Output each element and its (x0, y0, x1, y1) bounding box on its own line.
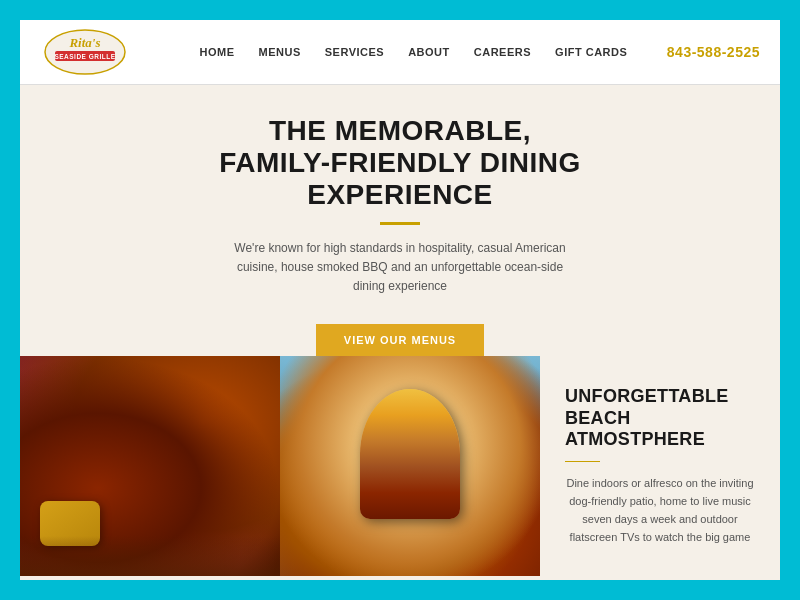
hero-title-line3: EXPERIENCE (307, 179, 493, 210)
cta-wrapper: VIEW OUR MENUS (20, 324, 780, 356)
nav-services[interactable]: SERVICES (325, 46, 384, 58)
info-description: Dine indoors or alfresco on the inviting… (565, 474, 755, 547)
hero-title-line2: FAMILY-FRIENDLY DINING (219, 147, 581, 178)
info-title-line1: UNFORGETTABLE (565, 386, 729, 406)
nav-careers[interactable]: CAREERS (474, 46, 531, 58)
hero-title-line1: THE MEMORABLE, (269, 115, 531, 146)
nav-gift-cards[interactable]: GIFT CARDS (555, 46, 627, 58)
header: Rita's SEASIDE GRILLE HOME MENUS SERVICE… (20, 20, 780, 85)
view-menus-button[interactable]: VIEW OUR MENUS (316, 324, 484, 356)
logo-area: Rita's SEASIDE GRILLE (40, 27, 160, 77)
hero-divider (380, 222, 420, 225)
food-image-left (20, 356, 280, 576)
food-image-right (280, 356, 540, 576)
hero-title: THE MEMORABLE, FAMILY-FRIENDLY DINING EX… (40, 115, 760, 212)
svg-text:Rita's: Rita's (68, 35, 100, 50)
bottom-section: UNFORGETTABLE BEACH ATMOSTPHERE Dine ind… (20, 356, 780, 576)
info-title-line2: BEACH ATMOSTPHERE (565, 408, 705, 450)
page-wrapper: Rita's SEASIDE GRILLE HOME MENUS SERVICE… (20, 20, 780, 580)
nav-menus[interactable]: MENUS (259, 46, 301, 58)
info-title: UNFORGETTABLE BEACH ATMOSTPHERE (565, 386, 755, 451)
info-panel: UNFORGETTABLE BEACH ATMOSTPHERE Dine ind… (540, 356, 780, 576)
hero-section: THE MEMORABLE, FAMILY-FRIENDLY DINING EX… (20, 85, 780, 334)
nav-home[interactable]: HOME (200, 46, 235, 58)
logo: Rita's SEASIDE GRILLE (40, 27, 130, 77)
nav-links: HOME MENUS SERVICES ABOUT CAREERS GIFT C… (200, 46, 628, 58)
burger-image (280, 356, 540, 576)
info-divider (565, 461, 600, 462)
food-images (20, 356, 540, 576)
phone-number[interactable]: 843-588-2525 (667, 44, 760, 60)
hero-description: We're known for high standards in hospit… (230, 239, 570, 297)
svg-text:SEASIDE GRILLE: SEASIDE GRILLE (54, 53, 115, 60)
wings-image (20, 356, 280, 576)
nav-about[interactable]: ABOUT (408, 46, 450, 58)
